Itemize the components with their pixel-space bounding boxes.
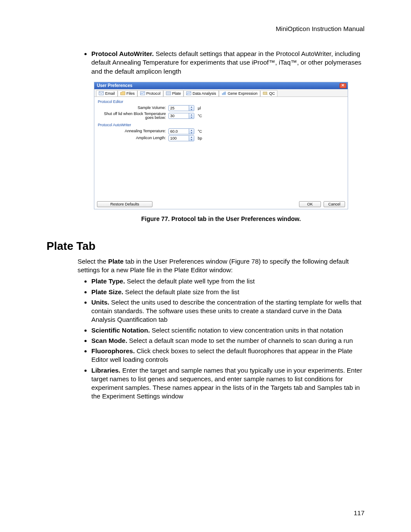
bullet-label: Scientific Notation. <box>91 327 150 334</box>
bullet-text: Select the default plate well type from … <box>125 277 255 285</box>
svg-rect-11 <box>223 92 224 95</box>
window-title: User Preferences <box>97 83 132 88</box>
chart-icon <box>140 91 145 96</box>
annealing-stepper[interactable]: 60.0 ▲▼ <box>168 128 194 134</box>
bullet-label: Libraries. <box>91 367 121 374</box>
bullet-text: Select a default scan mode to set the nu… <box>127 337 353 344</box>
spinner-icon[interactable]: ▲▼ <box>189 136 194 141</box>
list-item: Protocol AutoWriter. Selects default set… <box>91 50 364 76</box>
page-number: 117 <box>354 509 364 516</box>
tab-label: Files <box>127 91 135 96</box>
ok-button[interactable]: OK <box>299 201 321 207</box>
bullet-label: Plate Type. <box>91 277 125 285</box>
svg-point-8 <box>169 93 170 94</box>
bullet-text: Enter the target and sample names that y… <box>91 367 362 400</box>
intro-bold: Plate <box>108 258 124 265</box>
cancel-button[interactable]: Cancel <box>324 201 345 207</box>
bullet-label: Fluorophores. <box>91 347 135 355</box>
svg-point-5 <box>169 92 170 93</box>
plate-bullets: Plate Type. Select the default plate wel… <box>78 277 364 401</box>
window-titlebar: User Preferences ✕ <box>94 82 348 89</box>
restore-defaults-button[interactable]: Restore Defaults <box>97 201 153 207</box>
tab-label: Protocol <box>146 91 161 96</box>
field-annealing-temp: Annealing Temperature: 60.0 ▲▼ °C <box>104 128 344 134</box>
bullet-text: Select scientific notation to view conce… <box>150 327 343 334</box>
field-amplicon-length: Amplicon Length: 100 ▲▼ bp <box>104 135 344 141</box>
list-item: Fluorophores. Click check boxes to selec… <box>91 347 364 364</box>
tab-label: QC <box>269 91 275 96</box>
spinner-icon[interactable]: ▲▼ <box>189 113 194 118</box>
field-value: 25 <box>169 106 189 111</box>
field-unit: bp <box>198 136 202 140</box>
tab-label: Plate <box>172 91 181 96</box>
plate-icon <box>166 91 171 96</box>
section-heading: Plate Tab <box>47 240 364 253</box>
field-label: Annealing Temperature: <box>104 129 168 133</box>
tab-label: Gene Expression <box>228 91 258 96</box>
field-unit: °C <box>198 114 202 118</box>
bullet-label: Units. <box>91 299 109 306</box>
svg-point-4 <box>168 92 169 93</box>
list-item: Plate Type. Select the default plate wel… <box>91 277 364 286</box>
svg-rect-12 <box>224 92 225 95</box>
field-unit: µl <box>198 106 201 110</box>
bullet-label: Protocol AutoWriter. <box>91 50 154 57</box>
section-intro: Select the Plate tab in the User Prefere… <box>78 257 364 275</box>
close-icon[interactable]: ✕ <box>339 83 346 88</box>
field-shutoff-temp: Shut off lid when Block Temperature goes… <box>104 112 344 120</box>
qc-icon <box>263 91 268 96</box>
bars-icon <box>221 91 227 96</box>
list-item: Plate Size. Select the default plate siz… <box>91 288 364 296</box>
shutoff-stepper[interactable]: 30 ▲▼ <box>168 113 194 119</box>
tab-label: Email <box>105 91 115 96</box>
intro-bullets: Protocol AutoWriter. Selects default set… <box>78 50 364 76</box>
group-protocol-autowriter: Protocol AutoWriter <box>98 123 344 127</box>
bullet-text: Select the units used to describe the co… <box>91 299 361 324</box>
list-item: Units. Select the units used to describe… <box>91 298 364 324</box>
bullet-label: Scan Mode. <box>91 337 127 344</box>
svg-point-7 <box>168 93 169 94</box>
analysis-icon <box>186 91 191 96</box>
field-value: 100 <box>169 136 189 141</box>
svg-rect-13 <box>263 92 267 94</box>
tab-strip: Email Files Protocol Plate Data Analysis <box>94 89 348 97</box>
intro-text: Select the <box>78 258 108 265</box>
figure-caption: Figure 77. Protocol tab in the User Pref… <box>78 215 364 222</box>
list-item: Scientific Notation. Select scientific n… <box>91 326 364 335</box>
field-label: Sample Volume: <box>104 106 168 110</box>
bullet-text: Select the default plate size from the l… <box>123 288 239 296</box>
tab-files[interactable]: Files <box>118 90 137 96</box>
folder-icon <box>120 91 125 96</box>
svg-point-6 <box>167 93 168 94</box>
tab-qc[interactable]: QC <box>260 90 278 96</box>
svg-rect-10 <box>222 93 223 95</box>
amplicon-stepper[interactable]: 100 ▲▼ <box>168 135 194 141</box>
svg-point-3 <box>167 92 168 93</box>
mail-icon <box>99 91 104 96</box>
tab-email[interactable]: Email <box>96 90 118 96</box>
field-sample-volume: Sample Volume: 25 ▲▼ µl <box>104 105 344 111</box>
svg-rect-2 <box>166 92 171 95</box>
field-value: 30 <box>169 113 189 118</box>
tab-protocol[interactable]: Protocol <box>137 90 163 97</box>
spinner-icon[interactable]: ▲▼ <box>189 106 194 111</box>
group-protocol-editor: Protocol Editor <box>98 100 344 104</box>
tab-data-analysis[interactable]: Data Analysis <box>184 90 219 96</box>
field-label: Shut off lid when Block Temperature goes… <box>104 112 168 120</box>
user-preferences-window: User Preferences ✕ Email Files Protocol <box>94 82 348 209</box>
tab-label: Data Analysis <box>193 91 216 96</box>
page-header: MiniOpticon Instruction Manual <box>47 25 364 32</box>
bullet-label: Plate Size. <box>91 288 123 296</box>
sample-volume-stepper[interactable]: 25 ▲▼ <box>168 105 194 111</box>
field-value: 60.0 <box>169 129 189 134</box>
field-label: Amplicon Length: <box>104 136 168 140</box>
list-item: Libraries. Enter the target and sample n… <box>91 366 364 401</box>
field-unit: °C <box>198 129 202 134</box>
tab-plate[interactable]: Plate <box>163 90 184 96</box>
list-item: Scan Mode. Select a default scan mode to… <box>91 336 364 345</box>
spinner-icon[interactable]: ▲▼ <box>189 129 194 134</box>
tab-gene-expression[interactable]: Gene Expression <box>219 90 260 96</box>
